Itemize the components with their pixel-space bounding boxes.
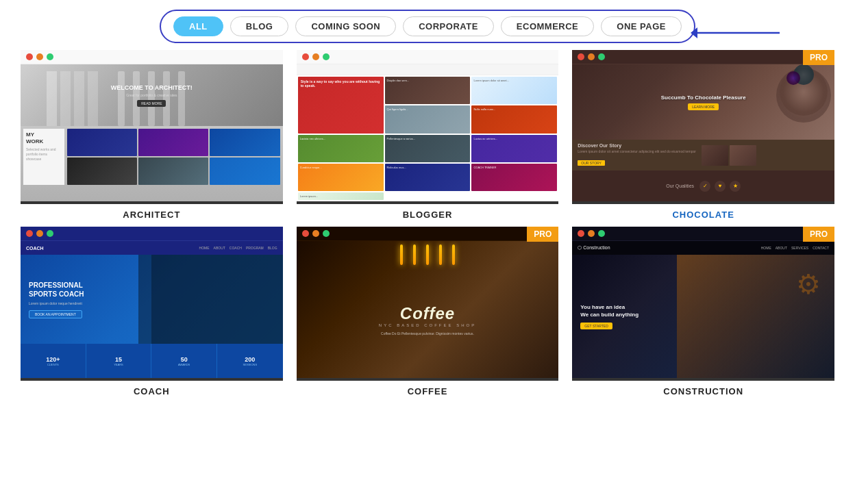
arch-right-grid bbox=[67, 129, 280, 185]
chocolate-pro-badge: PRO bbox=[803, 50, 834, 65]
const-nav-services: SERVICES bbox=[791, 246, 808, 250]
construction-bottom-bar bbox=[572, 378, 834, 381]
dot-green-coffee bbox=[323, 230, 330, 237]
const-hero-title: You have an ideaWe can build anything bbox=[580, 303, 639, 318]
arch-cell-5 bbox=[138, 158, 208, 185]
filter-btn-blog[interactable]: BLOG bbox=[230, 16, 289, 36]
architect-portfolio-grid: MYWORK Selected works and portfolio item… bbox=[21, 126, 283, 188]
coffee-dots-row: PRO bbox=[297, 227, 559, 241]
choc-middle: Discover Our Story Lorem ipsum dolor sit… bbox=[572, 140, 834, 171]
arch-cell-1 bbox=[67, 129, 137, 156]
architect-dots-row bbox=[21, 50, 283, 64]
const-nav-links: HOME ABOUT SERVICES CONTACT bbox=[761, 246, 829, 250]
blogger-bottom-bar bbox=[297, 201, 559, 204]
theme-card-construction[interactable]: PRO ⬡ Construction HOME ABOUT SERVICES C… bbox=[572, 227, 834, 396]
blog-cell-4: Qui figura ligula... bbox=[385, 105, 471, 133]
blog-text-10: Ridiculus mus... bbox=[385, 164, 471, 171]
blog-cell-7: Pellentesque a varius... bbox=[385, 135, 471, 162]
chocolate-bottom-bar bbox=[572, 201, 834, 204]
dot-red-coffee bbox=[302, 230, 309, 237]
blog-text-2: Disiplin dan sem... bbox=[385, 77, 471, 84]
blog-text-8: Luctus ac urtrices... bbox=[471, 135, 557, 142]
coach-bottom-bar-section: 120+ CLIENTS 15 YEARS 50 AWARDS 200 bbox=[21, 344, 283, 378]
blogger-preview-image: Style is a way to say who you are withou… bbox=[297, 64, 559, 201]
filter-btn-corporate[interactable]: CORPORATE bbox=[403, 16, 494, 36]
choc-bottom: Our Qualities ✓ ♥ ★ bbox=[572, 171, 834, 201]
blogger-grid: Style is a way to say who you are withou… bbox=[297, 75, 559, 201]
const-nav: ⬡ Construction HOME ABOUT SERVICES CONTA… bbox=[572, 241, 834, 255]
architect-preview-wrapper: WELCOME TO ARCHITECT! Great for portfoli… bbox=[21, 50, 283, 204]
dot-orange-blogger bbox=[312, 53, 319, 60]
const-logo: ⬡ Construction bbox=[578, 245, 610, 251]
architect-bottom-bar bbox=[21, 201, 283, 204]
theme-card-architect[interactable]: WELCOME TO ARCHITECT! Great for portfoli… bbox=[21, 50, 283, 220]
filter-btn-coming-soon[interactable]: COMING SOON bbox=[295, 16, 396, 36]
theme-card-blogger[interactable]: Style is a way to say who you are withou… bbox=[297, 50, 559, 220]
filter-btn-ecommerce[interactable]: ECOMMERCE bbox=[501, 16, 594, 36]
coach-nav-link-2: ABOUT bbox=[214, 246, 225, 250]
theme-card-chocolate[interactable]: PRO Succumb To Chocolate Pleasure LEARN … bbox=[572, 50, 834, 220]
coach-nav-link-5: BLOG bbox=[268, 246, 277, 250]
blog-cell-5: Nulla nulla nunc... bbox=[471, 105, 557, 133]
arch-cell-6 bbox=[210, 158, 280, 185]
arch-cell-4 bbox=[67, 158, 137, 185]
coach-stat-1-label: CLIENTS bbox=[47, 363, 59, 366]
architect-hero: WELCOME TO ARCHITECT! Great for portfoli… bbox=[21, 64, 283, 126]
dot-red-choc bbox=[578, 53, 584, 60]
const-hero: ⚙ You have an ideaWe can build anything … bbox=[572, 255, 834, 378]
theme-card-coach[interactable]: COACH HOME ABOUT COACH PROGRAM BLOG PROF… bbox=[21, 227, 283, 396]
construction-preview-wrapper: PRO ⬡ Construction HOME ABOUT SERVICES C… bbox=[572, 227, 834, 381]
choc-quality-3: ★ bbox=[730, 181, 741, 192]
arch-my-work-label: MYWORK bbox=[26, 131, 62, 144]
dots-left-coach bbox=[26, 230, 53, 237]
choc-cta-btn: LEARN MORE bbox=[688, 103, 719, 110]
blog-cell-11: COACH TRAINER bbox=[471, 164, 557, 191]
filter-bar-wrapper: ALL BLOG COMING SOON CORPORATE ECOMMERCE… bbox=[0, 0, 855, 50]
coach-stat-4-num: 200 bbox=[245, 356, 255, 363]
choc-image-grid bbox=[702, 145, 756, 166]
coffee-light-3 bbox=[426, 244, 429, 265]
coach-stat-2-label: YEARS bbox=[114, 363, 123, 366]
dot-red bbox=[26, 53, 33, 60]
blog-cell-8: Luctus ac urtrices... bbox=[471, 135, 557, 162]
dot-red-coach bbox=[26, 230, 33, 237]
blogger-preview-wrapper: Style is a way to say who you are withou… bbox=[297, 50, 559, 204]
architect-hero-sub: Great for portfolio & creative sites bbox=[126, 93, 177, 97]
blog-text-11: COACH TRAINER bbox=[471, 164, 557, 171]
coach-hero-sub: Lorem ipsum dolor neque hendrerit bbox=[29, 301, 82, 306]
coach-dots-row bbox=[21, 227, 283, 241]
dot-green bbox=[47, 53, 53, 60]
architect-cta-btn: READ MORE bbox=[137, 100, 166, 107]
const-nav-contact: CONTACT bbox=[813, 246, 829, 250]
arch-cell-2 bbox=[138, 129, 208, 156]
filter-btn-all[interactable]: ALL bbox=[173, 16, 223, 36]
dots-left-construction bbox=[578, 230, 605, 237]
dot-orange-construction bbox=[588, 230, 595, 237]
filter-btn-one-page[interactable]: ONE PAGE bbox=[601, 16, 682, 36]
arrow-indicator bbox=[691, 19, 786, 49]
const-cta-btn: GET STARTED bbox=[580, 323, 612, 329]
coffee-sub-title: NYC BASED COFFEE SHOP bbox=[379, 323, 476, 327]
dot-green-construction bbox=[598, 230, 605, 237]
blogger-theme-name: BLOGGER bbox=[403, 210, 453, 220]
architect-preview-image: WELCOME TO ARCHITECT! Great for portfoli… bbox=[21, 64, 283, 201]
blog-text-3: Lorem ipsum dolor sit amet... bbox=[471, 77, 557, 84]
const-nav-about: ABOUT bbox=[776, 246, 787, 250]
choc-img-2 bbox=[730, 145, 756, 166]
dot-orange-choc bbox=[588, 53, 595, 60]
coach-stat-1-num: 120+ bbox=[46, 356, 60, 363]
dots-left-blogger bbox=[302, 53, 330, 60]
choc-hero: Succumb To Chocolate Pleasure LEARN MORE bbox=[572, 64, 834, 140]
const-machine-icon: ⚙ bbox=[796, 268, 821, 300]
coffee-preview-wrapper: PRO Coffee NYC BASED COFFEE SHOP Coffee … bbox=[297, 227, 559, 381]
coach-theme-name: COACH bbox=[134, 386, 170, 396]
dot-green-choc bbox=[598, 53, 605, 60]
arch-description: Selected works and portfolio items showc… bbox=[26, 147, 62, 162]
arch-left-col: MYWORK Selected works and portfolio item… bbox=[23, 129, 64, 185]
coach-preview-image: COACH HOME ABOUT COACH PROGRAM BLOG PROF… bbox=[21, 241, 283, 378]
blog-cell-1: Style is a way to say who you are withou… bbox=[298, 77, 384, 134]
architect-theme-name: ARCHITECT bbox=[123, 210, 180, 220]
coach-stat-4-label: SESSIONS bbox=[243, 363, 257, 366]
theme-card-coffee[interactable]: PRO Coffee NYC BASED COFFEE SHOP Coffee … bbox=[297, 227, 559, 396]
coffee-light-5 bbox=[452, 244, 455, 265]
